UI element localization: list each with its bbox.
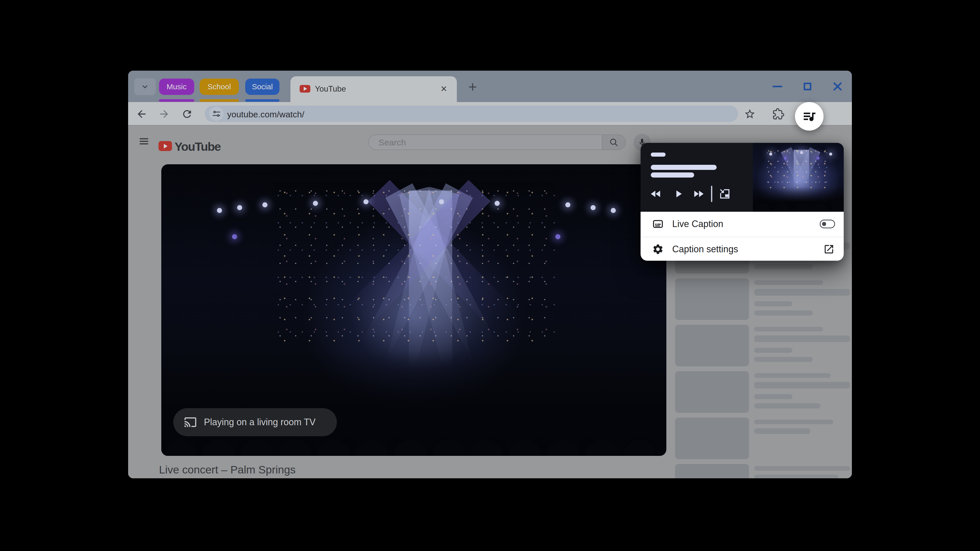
menu-button[interactable] [140, 138, 148, 144]
tab-group-music[interactable]: Music [159, 79, 194, 95]
suggested-video-skeleton [675, 371, 850, 413]
tune-icon [212, 109, 221, 118]
controls-divider [711, 186, 712, 202]
album-art [753, 143, 844, 212]
now-playing-card [641, 143, 844, 212]
tab-youtube[interactable]: YouTube × [290, 76, 457, 102]
url-text: youtube.com/watch/ [227, 110, 304, 119]
media-controls-popup: Live Caption Caption settings [641, 143, 844, 261]
rewind-button[interactable] [646, 184, 666, 204]
chevron-down-icon [140, 82, 150, 92]
text-line-skeleton [754, 357, 813, 362]
text-line-skeleton [754, 428, 810, 434]
thumbnail-skeleton [675, 371, 749, 413]
tab-search-button[interactable] [134, 78, 156, 95]
text-line-skeleton [754, 475, 838, 478]
maximize-icon [803, 83, 811, 90]
back-arrow-icon [136, 108, 148, 120]
suggestions-skeleton [675, 232, 850, 478]
track-artist-skeleton [651, 172, 694, 178]
suggested-video-skeleton [675, 418, 850, 459]
text-line-skeleton [754, 264, 813, 269]
close-window-button[interactable] [830, 79, 845, 94]
text-line-skeleton [754, 382, 850, 389]
youtube-favicon-icon [300, 85, 310, 93]
gear-icon [652, 243, 664, 255]
caption-settings-label: Caption settings [672, 244, 738, 254]
live-caption-icon [652, 218, 664, 230]
browser-window: Music School Social YouTube × + [128, 71, 852, 478]
live-caption-menu-item[interactable]: Live Caption [641, 212, 844, 236]
back-button[interactable] [136, 108, 148, 120]
close-tab-button[interactable]: × [438, 83, 450, 95]
tab-title: YouTube [315, 84, 346, 94]
open-in-new-icon [823, 244, 835, 255]
star-icon [744, 108, 756, 120]
suggested-video-skeleton [675, 464, 850, 478]
fast-forward-button[interactable] [688, 184, 709, 204]
rewind-icon [649, 187, 662, 200]
suggested-video-skeleton [675, 325, 850, 366]
confetti [272, 182, 555, 351]
youtube-logo[interactable]: YouTube [159, 141, 225, 151]
search-icon [609, 137, 619, 148]
search-button[interactable] [602, 135, 625, 149]
live-caption-toggle[interactable] [820, 220, 835, 228]
extensions-puzzle-icon [773, 108, 784, 120]
picture-in-picture-button[interactable] [714, 184, 735, 204]
minimize-button[interactable] [770, 79, 784, 94]
text-line-skeleton [754, 301, 792, 306]
text-line-skeleton [754, 327, 823, 331]
youtube-play-icon [159, 141, 172, 151]
text-line-skeleton [754, 466, 850, 471]
play-button[interactable] [668, 184, 689, 204]
fast-forward-icon [692, 187, 705, 200]
stage-lamp [565, 202, 570, 207]
minimize-icon [773, 86, 782, 87]
thumbnail-skeleton [675, 325, 749, 366]
crowd-silhouette [161, 351, 667, 456]
tab-group-underline-music [159, 99, 194, 102]
tab-group-social[interactable]: Social [245, 79, 280, 95]
text-line-skeleton [754, 403, 821, 408]
media-controls-button[interactable] [795, 102, 824, 130]
tab-group-label: Music [167, 83, 186, 91]
picture-in-picture-icon [718, 187, 732, 200]
queue-music-icon [802, 109, 817, 124]
reload-icon [181, 108, 193, 120]
extensions-button[interactable] [773, 108, 784, 120]
youtube-wordmark: YouTube [175, 140, 221, 154]
text-line-skeleton [754, 373, 831, 378]
maximize-button[interactable] [800, 79, 815, 94]
bookmark-button[interactable] [744, 108, 756, 120]
search-input[interactable] [378, 137, 577, 148]
site-settings-button[interactable] [209, 106, 224, 121]
cast-icon [184, 416, 197, 429]
caption-settings-menu-item[interactable]: Caption settings [641, 237, 844, 261]
stage-lamp [262, 202, 267, 207]
thumbnail-skeleton [675, 418, 749, 459]
tab-group-underline-school [200, 99, 239, 102]
text-line-skeleton [754, 280, 823, 285]
video-player[interactable]: Playing on a living room TV [161, 164, 667, 456]
text-line-skeleton [754, 420, 833, 424]
new-tab-button[interactable]: + [465, 79, 480, 94]
forward-arrow-icon [158, 108, 170, 120]
address-bar[interactable]: youtube.com/watch/ [205, 106, 738, 122]
stage-lamp [555, 234, 560, 239]
toggle-knob [822, 222, 826, 226]
text-line-skeleton [754, 348, 792, 353]
thumbnail-skeleton [675, 464, 749, 478]
tab-group-school[interactable]: School [200, 79, 239, 95]
tab-strip: Music School Social YouTube × + [128, 71, 852, 102]
search-bar [368, 135, 626, 150]
reload-button[interactable] [181, 108, 193, 120]
playback-controls [641, 184, 753, 204]
text-line-skeleton [754, 394, 792, 399]
cast-status-text: Playing on a living room TV [204, 417, 316, 427]
video-title: Live concert – Palm Springs [159, 464, 296, 476]
forward-button[interactable] [158, 108, 170, 120]
tab-group-label: Social [252, 83, 273, 91]
tab-group-label: School [207, 83, 231, 91]
text-line-skeleton [754, 289, 850, 295]
